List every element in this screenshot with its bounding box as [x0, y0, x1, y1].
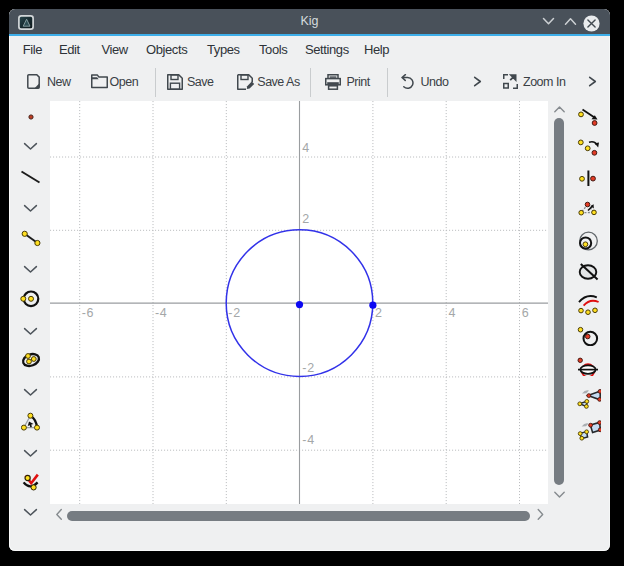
- svg-text:2: 2: [375, 306, 383, 320]
- svg-text:4: 4: [448, 306, 456, 320]
- svg-text:-6: -6: [82, 306, 95, 320]
- svg-text:-4: -4: [155, 306, 168, 320]
- svg-text:6: 6: [522, 306, 530, 320]
- svg-text:2: 2: [302, 212, 310, 226]
- svg-text:-4: -4: [302, 433, 315, 447]
- svg-text:-2: -2: [302, 361, 315, 375]
- svg-text:-2: -2: [228, 306, 241, 320]
- svg-text:4: 4: [302, 141, 310, 155]
